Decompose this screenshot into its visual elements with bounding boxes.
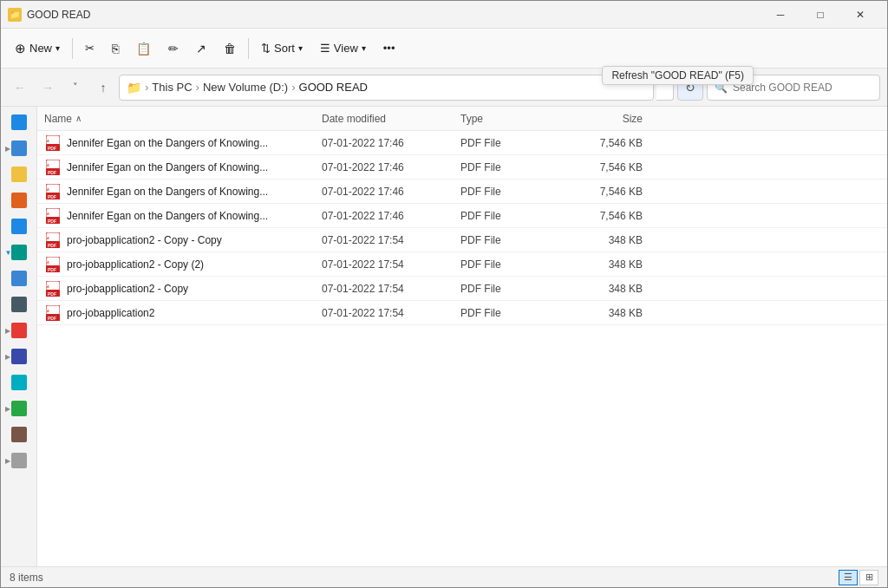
sidebar-icon-5	[11, 245, 27, 260]
table-row[interactable]: PDF A Jennifer Egan on the Dangers of Kn…	[37, 180, 887, 204]
search-input[interactable]	[733, 82, 872, 94]
details-view-button[interactable]: ☰	[839, 570, 858, 585]
file-type: PDF File	[460, 283, 556, 295]
sidebar-icon-1	[11, 140, 27, 156]
sidebar-chevron-8: ▶	[5, 327, 10, 335]
pdf-icon: PDF A	[44, 159, 62, 176]
sidebar-chevron-11: ▶	[5, 405, 10, 413]
sidebar-item-3[interactable]	[3, 188, 35, 212]
view-toggle: ☰ ⊞	[839, 570, 878, 585]
paste-button[interactable]: 📋	[129, 37, 158, 60]
file-header: Name ∧ Date modified Type Size	[37, 107, 887, 131]
sidebar-item-10[interactable]	[3, 370, 35, 395]
breadcrumb-drive[interactable]: New Volume (D:)	[203, 81, 288, 94]
sidebar-item-11[interactable]: ▶	[3, 396, 35, 421]
sidebar-icon-11	[11, 401, 27, 416]
file-date: 07-01-2022 17:46	[322, 161, 460, 173]
table-row[interactable]: PDF A pro-jobapplication2 - Copy (2) 07-…	[37, 252, 887, 277]
sidebar-item-1[interactable]: ▶	[3, 136, 35, 160]
paste-icon: 📋	[136, 42, 151, 56]
pdf-icon: PDF A	[44, 207, 62, 225]
file-type: PDF File	[460, 234, 556, 246]
header-type[interactable]: Type	[460, 113, 556, 125]
maximize-button[interactable]: □	[800, 1, 840, 29]
sidebar-icon-7	[11, 297, 27, 312]
window-title: GOOD READ	[27, 9, 761, 21]
sidebar-item-7[interactable]	[3, 292, 35, 317]
sort-button[interactable]: ⇅ Sort ▾	[254, 37, 310, 59]
sidebar-item-12[interactable]	[3, 422, 35, 447]
table-row[interactable]: PDF A pro-jobapplication2 07-01-2022 17:…	[37, 301, 887, 325]
svg-text:PDF: PDF	[48, 219, 56, 224]
cut-button[interactable]: ✂	[78, 37, 101, 59]
svg-text:A: A	[47, 260, 49, 265]
pdf-icon: PDF A	[44, 134, 62, 152]
file-size: 7,546 KB	[556, 186, 643, 198]
file-name: pro-jobapplication2	[67, 307, 322, 319]
back-button[interactable]: ←	[8, 75, 32, 100]
sidebar-item-6[interactable]	[3, 266, 35, 291]
sidebar-item-9[interactable]: ▶	[3, 344, 35, 369]
file-name: Jennifer Egan on the Dangers of Knowing.…	[67, 161, 322, 173]
minimize-button[interactable]: ─	[761, 1, 800, 29]
header-size[interactable]: Size	[556, 113, 643, 125]
sidebar-chevron-9: ▶	[5, 353, 10, 361]
file-name: pro-jobapplication2 - Copy	[67, 283, 322, 295]
breadcrumb-current: GOOD READ	[299, 81, 368, 94]
sidebar-icon-0	[11, 114, 27, 130]
rename-button[interactable]: ✏	[161, 37, 186, 60]
toolbar-sep-1	[72, 38, 73, 59]
sidebar-item-4[interactable]	[3, 214, 35, 238]
file-size: 348 KB	[556, 283, 643, 295]
breadcrumb-folder-icon: 📁	[127, 81, 141, 95]
tiles-view-button[interactable]: ⊞	[859, 570, 878, 585]
table-row[interactable]: PDF A Jennifer Egan on the Dangers of Kn…	[37, 155, 887, 180]
sidebar-item-0[interactable]	[3, 110, 35, 134]
new-icon: ⊕	[15, 41, 26, 56]
main-area: ▶ ▼ ▶ ▶	[1, 107, 887, 566]
title-bar: 📁 GOOD READ ─ □ ✕	[1, 1, 887, 29]
sidebar-item-13[interactable]: ▶	[3, 448, 35, 473]
share-button[interactable]: ↗	[189, 37, 213, 60]
address-bar: ← → ˅ ↑ 📁 › This PC › New Volume (D:) › …	[1, 69, 887, 107]
sidebar-chevron-1: ▶	[5, 145, 10, 153]
table-row[interactable]: PDF A Jennifer Egan on the Dangers of Kn…	[37, 131, 887, 155]
breadcrumb: 📁 › This PC › New Volume (D:) › GOOD REA…	[119, 75, 654, 101]
file-name: pro-jobapplication2 - Copy (2)	[67, 258, 322, 271]
tiles-view-icon: ⊞	[865, 572, 873, 583]
sidebar-icon-3	[11, 193, 27, 208]
svg-text:PDF: PDF	[48, 267, 56, 272]
view-label: View	[334, 42, 358, 55]
table-row[interactable]: PDF A pro-jobapplication2 - Copy - Copy …	[37, 228, 887, 252]
sidebar-item-2[interactable]	[3, 162, 35, 186]
sort-arrow-icon: ∧	[75, 114, 82, 123]
sidebar-item-5[interactable]: ▼	[3, 240, 35, 265]
header-date[interactable]: Date modified	[322, 113, 460, 125]
file-date: 07-01-2022 17:54	[322, 234, 460, 246]
sidebar-icon-12	[11, 427, 27, 442]
header-name[interactable]: Name ∧	[44, 113, 322, 125]
copy-button[interactable]: ⎘	[105, 37, 126, 60]
more-button[interactable]: •••	[376, 37, 402, 59]
table-row[interactable]: PDF A pro-jobapplication2 - Copy 07-01-2…	[37, 277, 887, 301]
status-bar: 8 items ☰ ⊞	[1, 566, 887, 587]
svg-text:PDF: PDF	[48, 146, 56, 151]
forward-button[interactable]: →	[36, 75, 60, 100]
file-type: PDF File	[460, 137, 556, 149]
delete-button[interactable]: 🗑	[217, 37, 243, 60]
file-name: Jennifer Egan on the Dangers of Knowing.…	[67, 137, 322, 149]
breadcrumb-this-pc[interactable]: This PC	[152, 81, 192, 94]
svg-text:PDF: PDF	[48, 194, 56, 199]
file-size: 7,546 KB	[556, 210, 643, 222]
table-row[interactable]: PDF A Jennifer Egan on the Dangers of Kn…	[37, 204, 887, 228]
close-button[interactable]: ✕	[840, 1, 880, 29]
svg-text:A: A	[47, 212, 49, 216]
sidebar-icon-4	[11, 219, 27, 234]
sort-dropdown-icon: ▾	[298, 43, 303, 53]
view-button[interactable]: ☰ View ▾	[313, 37, 373, 59]
dropdown-history-button[interactable]: ˅	[63, 75, 88, 100]
new-button[interactable]: ⊕ New ▾	[8, 36, 67, 61]
sidebar-item-8[interactable]: ▶	[3, 318, 35, 343]
refresh-tooltip: Refresh "GOOD READ" (F5)	[602, 66, 754, 85]
up-button[interactable]: ↑	[91, 75, 115, 100]
